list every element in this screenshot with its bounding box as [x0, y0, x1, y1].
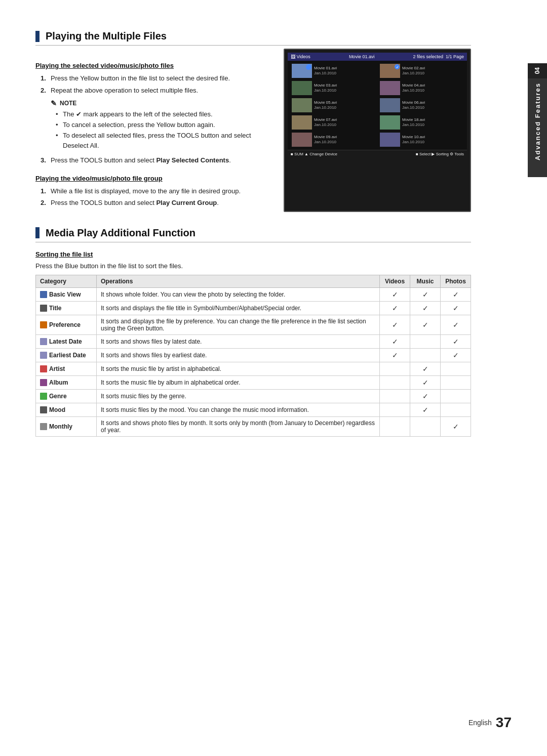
cat-label-6: Album [49, 379, 68, 386]
videos-cell-2: ✓ [380, 315, 410, 334]
sub1-step2: 2. Repeat the above operation to select … [41, 86, 263, 96]
table-row: Artist It sorts the music file by artist… [36, 362, 471, 375]
photos-cell-9: ✓ [441, 416, 471, 436]
sc-header-left: 🖼 Videos [291, 54, 310, 59]
cat-icon-4 [40, 352, 47, 359]
ops-cell-6: It sorts the music file by album in alph… [97, 375, 380, 389]
videos-cell-3: ✓ [380, 334, 410, 348]
note-icon: ✎ [51, 99, 57, 107]
sc-header-right: 2 files selected 1/1 Page [413, 54, 464, 59]
ops-cell-7: It sorts music files by the genre. [97, 389, 380, 403]
cat-icon-0 [40, 291, 47, 298]
cat-cell-5: Artist [36, 362, 97, 375]
screenshot-header: 🖼 Videos Movie 01.avi 2 files selected 1… [288, 53, 467, 61]
sc-item-2: ✔ Movie 02.aviJan.10.2010 [378, 63, 465, 79]
ops-cell-0: It shows whole folder. You can view the … [97, 287, 380, 301]
photos-cell-5 [441, 362, 471, 375]
music-cell-1: ✓ [410, 301, 441, 315]
videos-cell-1: ✓ [380, 301, 410, 315]
note-bullet3: To deselect all selected files, press th… [56, 131, 263, 152]
note-box: ✎ NOTE The ✔ mark appears to the left of… [51, 99, 263, 151]
col-operations: Operations [97, 275, 380, 287]
photos-cell-4: ✓ [441, 348, 471, 362]
music-cell-5: ✓ [410, 362, 441, 375]
table-row: Album It sorts the music file by album i… [36, 375, 471, 389]
sorting-intro: Press the Blue button in the file list t… [35, 262, 471, 270]
sorting-heading: Sorting the file list [35, 250, 471, 258]
sub2-heading: Playing the video/music/photo file group [35, 175, 263, 182]
photos-cell-8 [441, 403, 471, 416]
sort-table: Category Operations Videos Music Photos … [35, 275, 471, 437]
page-content: Playing the Multiple Files Playing the s… [0, 0, 506, 467]
cat-label-9: Monthly [49, 423, 72, 430]
cat-icon-2 [40, 321, 47, 328]
ops-cell-5: It sorts the music file by artist in alp… [97, 362, 380, 375]
cat-icon-8 [40, 406, 47, 413]
cat-icon-3 [40, 338, 47, 345]
table-row: Mood It sorts music files by the mood. Y… [36, 403, 471, 416]
music-cell-3 [410, 334, 441, 348]
chapter-sidebar: Advanced Features [528, 66, 547, 177]
section1-heading: Playing the Multiple Files [35, 30, 471, 46]
cat-cell-2: Preference [36, 315, 97, 334]
section1-title: Playing the Multiple Files [46, 30, 167, 42]
sc-item-10: Movie 10.aviJan.10.2010 [378, 132, 465, 148]
sub1-step3: 3. Press the TOOLS button and select Pla… [41, 155, 263, 165]
section2-heading: Media Play Additional Function [35, 227, 471, 242]
cat-label-3: Latest Date [49, 338, 82, 345]
cat-cell-1: Title [36, 301, 97, 315]
sub1-step1: 1. Press the Yellow button in the file l… [41, 73, 263, 83]
table-row: Monthly It sorts and shows photo files b… [36, 416, 471, 436]
cat-icon-7 [40, 393, 47, 400]
chapter-number: 04 [534, 67, 541, 74]
sub1-steps: 1. Press the Yellow button in the file l… [41, 73, 263, 95]
sub1-step3-list: 3. Press the TOOLS button and select Pla… [41, 155, 263, 165]
photos-cell-7 [441, 389, 471, 403]
section1-left: Playing the selected video/music/photo f… [35, 54, 263, 212]
note-bullets: The ✔ mark appears to the left of the se… [56, 109, 263, 151]
sc-item-1: ✔ Movie 01.aviJan.10.2010 [290, 63, 377, 79]
photos-cell-0: ✓ [441, 287, 471, 301]
chapter-title: Advanced Features [534, 82, 541, 160]
videos-cell-8 [380, 403, 410, 416]
cat-cell-8: Mood [36, 403, 97, 416]
cat-icon-6 [40, 379, 47, 386]
photos-cell-6 [441, 375, 471, 389]
sc-item-3: Movie 03.aviJan.10.2010 [290, 80, 377, 96]
col-category: Category [36, 275, 97, 287]
videos-cell-4: ✓ [380, 348, 410, 362]
music-cell-4 [410, 348, 441, 362]
cat-label-2: Preference [49, 321, 81, 328]
table-row: Latest Date It sorts and shows files by … [36, 334, 471, 348]
cat-icon-1 [40, 305, 47, 312]
cat-cell-7: Genre [36, 389, 97, 403]
cat-label-8: Mood [49, 406, 65, 413]
videos-cell-7 [380, 389, 410, 403]
ops-cell-1: It sorts and displays the file title in … [97, 301, 380, 315]
cat-cell-4: Earliest Date [36, 348, 97, 362]
cat-cell-3: Latest Date [36, 334, 97, 348]
ops-cell-8: It sorts music files by the mood. You ca… [97, 403, 380, 416]
section1-body: Playing the selected video/music/photo f… [35, 54, 471, 212]
photos-cell-3: ✓ [441, 334, 471, 348]
footer-page-number: 37 [496, 715, 512, 731]
section-bar [35, 31, 40, 42]
ops-cell-2: It sorts and displays the file by prefer… [97, 315, 380, 334]
ops-cell-3: It sorts and shows files by latest date. [97, 334, 380, 348]
cat-label-1: Title [49, 305, 61, 312]
section2: Media Play Additional Function Sorting t… [35, 227, 471, 437]
cat-cell-0: Basic View [36, 287, 97, 301]
music-cell-6: ✓ [410, 375, 441, 389]
videos-cell-0: ✓ [380, 287, 410, 301]
screenshot: 🖼 Videos Movie 01.avi 2 files selected 1… [284, 49, 471, 212]
sub2-steps: 1. While a file list is displayed, move … [41, 186, 263, 208]
cat-label-4: Earliest Date [49, 352, 86, 359]
table-row: Genre It sorts music files by the genre.… [36, 389, 471, 403]
section2-bar [35, 227, 40, 238]
music-cell-8: ✓ [410, 403, 441, 416]
videos-cell-6 [380, 375, 410, 389]
note-bullet2: To cancel a selection, press the Yellow … [56, 120, 263, 131]
note-bullet1: The ✔ mark appears to the left of the se… [56, 109, 263, 120]
photos-cell-2: ✓ [441, 315, 471, 334]
sc-header-title: Movie 01.avi [349, 54, 375, 59]
